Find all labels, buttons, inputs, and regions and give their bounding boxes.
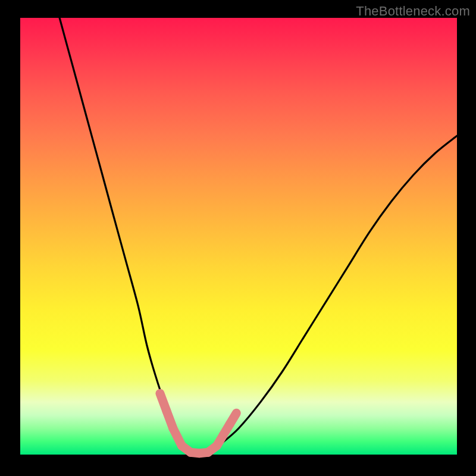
highlight-segment (230, 413, 236, 424)
chart-frame: TheBottleneck.com (0, 0, 476, 476)
watermark-text: TheBottleneck.com (356, 4, 470, 19)
highlight-segments (160, 393, 236, 453)
plot-area (20, 18, 457, 455)
curve-layer (20, 18, 457, 455)
bottleneck-curve (60, 18, 457, 455)
